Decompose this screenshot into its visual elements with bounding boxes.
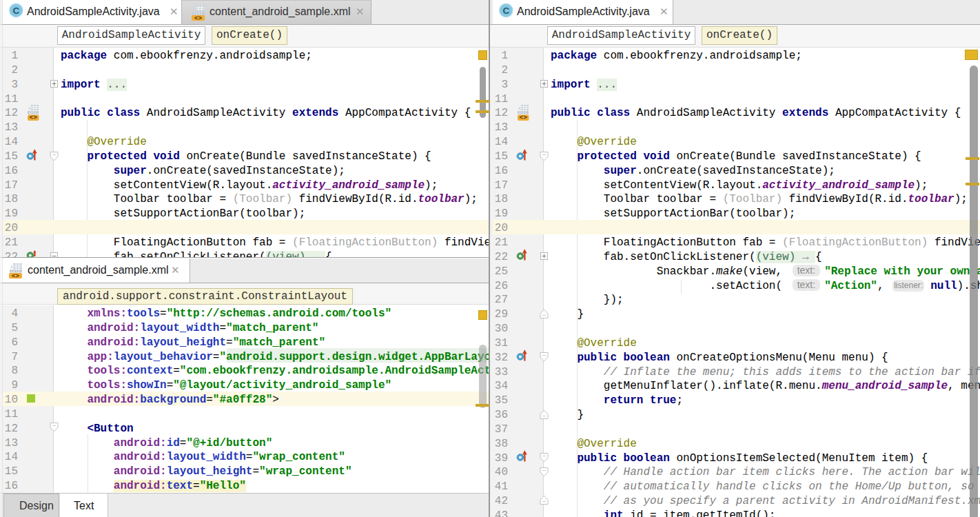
svg-text:C: C [13,6,20,16]
svg-text:C: C [503,6,510,16]
svg-text:<>: <> [519,114,527,121]
svg-text:<>: <> [29,114,37,121]
svg-text:<>: <> [12,273,19,278]
svg-text:<>: <> [194,15,202,21]
